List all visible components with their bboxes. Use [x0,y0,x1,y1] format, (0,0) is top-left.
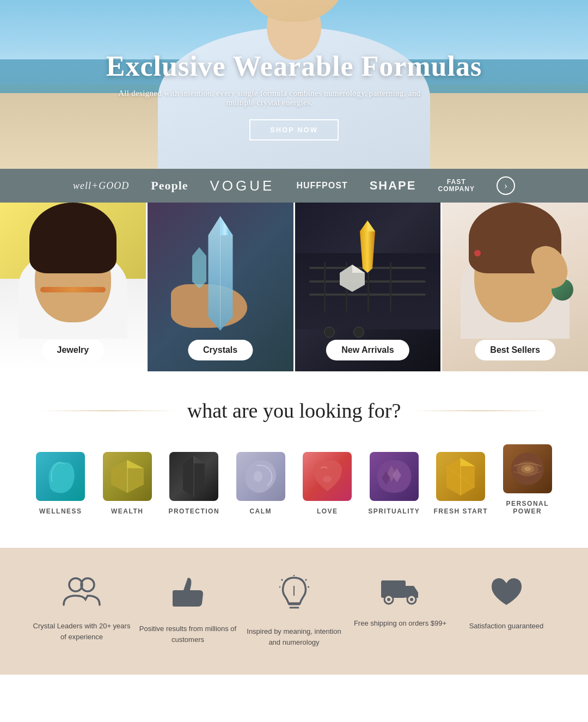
category-label-jewelry: Jewelry [42,340,105,360]
press-bar: well+GOOD People VOGUE HUFFPOST SHAPE FA… [0,169,588,203]
trust-item-shipping: Free shipping on orders $99+ [351,575,449,629]
press-logo-well-good: well+GOOD [73,180,129,192]
trust-item-meaning: Inspired by meaning, intention and numer… [245,575,343,647]
looking-line-left [40,411,176,411]
category-crystals[interactable]: Crystals [148,203,293,371]
trust-text-meaning: Inspired by meaning, intention and numer… [245,626,343,647]
trust-item-experience: Crystal Leaders with 20+ years of experi… [33,575,131,642]
press-next-button[interactable]: › [497,176,515,195]
hero-subtitle: All designed with intention, every singl… [106,89,433,107]
category-label-best-sellers: Best Sellers [475,340,555,360]
category-grid: Jewelry [0,203,588,371]
shop-now-button[interactable]: SHOP NOW [249,119,339,140]
crystal-cat-love[interactable]: LOVE [299,452,356,515]
svg-line-34 [305,579,307,580]
svg-marker-3 [192,247,206,289]
crystal-img-love [303,452,352,501]
press-logo-vogue: VOGUE [210,178,275,194]
category-new-arrivals[interactable]: New Arrivals [295,203,441,371]
hero-section: Exclusive Wearable Formulas All designed… [0,0,588,169]
trust-text-experience: Crystal Leaders with 20+ years of experi… [33,621,131,642]
svg-point-26 [524,467,531,471]
crystal-img-calm [236,452,285,501]
looking-section: what are you looking for? WELLNESS [0,371,588,537]
looking-header: what are you looking for? [33,399,555,423]
crystal-label-calm: CALM [249,507,272,515]
truck-icon [380,575,421,609]
crystal-img-fresh-start [436,452,485,501]
crystal-img-spirituality [370,452,419,501]
crystal-label-fresh-start: FRESH START [433,507,488,515]
svg-point-15 [323,476,332,482]
crystal-cat-protection[interactable]: PROTECTION [166,452,222,515]
crystal-label-wealth: WEALTH [111,507,143,515]
category-label-crystals: Crystals [188,340,253,360]
press-logo-people: People [151,179,188,193]
crystal-cat-wealth[interactable]: WEALTH [100,452,156,515]
heart-icon [489,575,524,612]
svg-point-42 [410,598,413,601]
svg-marker-5 [367,221,375,231]
crystal-cat-personal-power[interactable]: PERSONAL POWER [500,444,556,515]
crystals-row: WELLNESS WEALTH PROTECTION [33,444,555,515]
crystal-img-wealth [103,452,152,501]
lightbulb-icon [279,575,309,617]
svg-point-14 [254,471,262,482]
crystal-cat-calm[interactable]: CALM [233,452,289,515]
trust-bar: Crystal Leaders with 20+ years of experi… [0,548,588,675]
svg-rect-38 [381,580,406,598]
svg-marker-20 [461,458,475,466]
category-best-sellers[interactable]: Best Sellers [442,203,588,371]
looking-line-right [412,411,548,411]
trust-item-satisfaction: Satisfaction guaranteed [457,575,555,632]
crystal-img-protection [169,452,218,501]
category-label-new-arrivals: New Arrivals [326,340,409,360]
svg-rect-29 [173,590,179,607]
looking-title: what are you looking for? [187,399,401,423]
trust-item-results: Positive results from millions of custom… [139,575,237,645]
trust-text-satisfaction: Satisfaction guaranteed [469,621,544,632]
press-logo-huffpost: HUFFPOST [296,181,347,191]
crystal-img-wellness [36,452,85,501]
crystal-img-personal-power [503,444,552,493]
trust-text-results: Positive results from millions of custom… [139,623,237,645]
crystal-label-love: LOVE [317,507,338,515]
hero-title: Exclusive Wearable Formulas [106,50,482,82]
trust-text-shipping: Free shipping on orders $99+ [354,618,446,629]
people-icon [63,575,101,612]
svg-marker-12 [194,456,205,463]
svg-marker-9 [127,460,144,468]
crystal-cat-fresh-start[interactable]: FRESH START [433,452,489,515]
crystal-label-personal-power: PERSONAL POWER [506,500,549,515]
crystal-label-protection: PROTECTION [168,507,219,515]
svg-line-35 [281,579,283,580]
svg-point-41 [387,598,390,601]
crystal-label-spirituality: SPRITUALITY [368,507,420,515]
crystal-label-wellness: WELLNESS [39,507,82,515]
category-jewelry[interactable]: Jewelry [0,203,146,371]
press-logo-fast-company: FASTCOMPANY [438,179,474,193]
crystal-cat-spirituality[interactable]: SPRITUALITY [366,452,422,515]
svg-marker-1 [220,216,232,235]
press-logo-shape: SHAPE [370,179,416,193]
thumbsup-icon [171,575,204,615]
crystal-cat-wellness[interactable]: WELLNESS [33,452,89,515]
